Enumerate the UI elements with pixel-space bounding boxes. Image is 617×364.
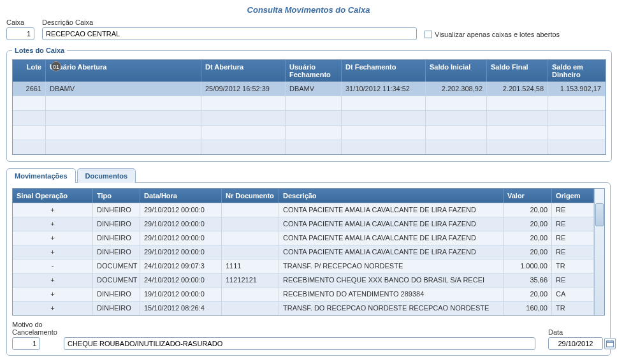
- lotes-col-saldo-final[interactable]: Saldo Final: [487, 60, 548, 82]
- lotes-legend: Lotes do Caixa: [12, 47, 67, 54]
- motivo-num-input[interactable]: [12, 337, 40, 350]
- mov-cell-sinal: +: [13, 203, 93, 217]
- mov-cell-nr_documento: 11212121: [222, 273, 279, 287]
- data-field: Data: [548, 328, 616, 350]
- data-label: Data: [548, 328, 616, 336]
- mov-cell-tipo: DINHEIRO: [93, 203, 140, 217]
- cell-saldo-dinheiro: 1.153.902,17: [548, 82, 606, 96]
- lotes-grid-body: 2661 DBAMV 25/09/2012 16:52:39 DBAMV 31/…: [13, 82, 606, 154]
- visualizar-abertos-group: Visualizar apenas caixas e lotes abertos: [425, 31, 560, 38]
- lotes-row-empty[interactable]: [13, 96, 606, 110]
- movimentacoes-grid: Sinal Operação Tipo Data/Hora Nr Documen…: [12, 188, 605, 316]
- visualizar-abertos-label: Visualizar apenas caixas e lotes abertos: [435, 31, 560, 38]
- mov-cell-valor: 160,00: [504, 302, 552, 315]
- lotes-col-saldo-dinheiro[interactable]: Saldo em Dinheiro: [548, 60, 606, 82]
- mov-cell-descricao: RECEBIMENTO DO ATENDIMENTO 289384: [279, 288, 504, 301]
- mov-row[interactable]: +DINHEIRO29/10/2012 00:00:0CONTA PACIENT…: [13, 203, 594, 217]
- lotes-row[interactable]: 2661 DBAMV 25/09/2012 16:52:39 DBAMV 31/…: [13, 82, 606, 96]
- caixa-number-input[interactable]: [6, 27, 34, 40]
- lotes-col-dt-abertura[interactable]: Dt Abertura: [201, 60, 286, 82]
- mov-cell-data_hora: 29/10/2012 00:00:0: [140, 245, 222, 259]
- mov-cell-nr_documento: 1111: [222, 259, 279, 273]
- mov-row[interactable]: +DINHEIRO29/10/2012 00:00:0CONTA PACIENT…: [13, 231, 594, 245]
- mov-cell-valor: 1.000,00: [504, 259, 552, 273]
- lotes-col-lote[interactable]: Lote: [13, 60, 46, 82]
- motivo-label: Motivo do Cancelamento: [12, 321, 57, 336]
- tab-movimentacoes[interactable]: Movimentações: [6, 168, 76, 183]
- mov-cell-nr_documento: [222, 288, 279, 301]
- lotes-grid: Lote 01 Usuário Abertura Dt Abertura Usu…: [12, 59, 606, 155]
- mov-cell-descricao: TRANSF. DO RECEPCAO NORDESTE RECEPCAO NO…: [279, 302, 504, 315]
- mov-cell-valor: 20,00: [504, 231, 552, 245]
- mov-cell-descricao: CONTA PACIENTE AMALIA CAVALCANTE DE LIRA…: [279, 231, 504, 245]
- mov-grid-body: +DINHEIRO29/10/2012 00:00:0CONTA PACIENT…: [13, 203, 594, 315]
- mov-scrollbar[interactable]: [594, 189, 604, 315]
- mov-row[interactable]: -DOCUMENT24/10/2012 09:07:31111TRANSF. P…: [13, 259, 594, 273]
- mov-cell-origem: RE: [552, 231, 594, 245]
- mov-col-tipo[interactable]: Tipo: [93, 189, 140, 203]
- cell-dt-fechamento: 31/10/2012 11:34:52: [342, 82, 426, 96]
- mov-cell-data_hora: 24/10/2012 00:00:0: [140, 273, 222, 287]
- mov-cell-origem: RE: [552, 245, 594, 259]
- mov-col-nr-documento[interactable]: Nr Documento: [222, 189, 279, 203]
- mov-cell-sinal: +: [13, 245, 93, 259]
- descricao-caixa-label: Descrição Caixa: [42, 18, 417, 26]
- scroll-thumb[interactable]: [595, 203, 604, 226]
- mov-cell-tipo: DINHEIRO: [93, 245, 140, 259]
- step-badge-01-icon: 01: [51, 61, 61, 71]
- mov-cell-sinal: -: [13, 259, 93, 273]
- data-input[interactable]: [548, 337, 603, 350]
- mov-col-valor[interactable]: Valor: [504, 189, 552, 203]
- calendar-icon[interactable]: [604, 338, 616, 349]
- mov-row[interactable]: +DOCUMENT24/10/2012 00:00:011212121RECEB…: [13, 273, 594, 287]
- mov-cell-data_hora: 29/10/2012 00:00:0: [140, 217, 222, 231]
- mov-cell-data_hora: 29/10/2012 00:00:0: [140, 231, 222, 245]
- mov-row[interactable]: +DINHEIRO29/10/2012 00:00:0CONTA PACIENT…: [13, 245, 594, 259]
- mov-cell-valor: 20,00: [504, 245, 552, 259]
- visualizar-abertos-checkbox[interactable]: [425, 31, 432, 38]
- mov-cell-valor: 20,00: [504, 203, 552, 217]
- mov-cell-descricao: CONTA PACIENTE AMALIA CAVALCANTE DE LIRA…: [279, 217, 504, 231]
- mov-cell-sinal: +: [13, 273, 93, 287]
- mov-col-origem[interactable]: Origem: [552, 189, 594, 203]
- mov-cell-origem: TR: [552, 259, 594, 273]
- tab-body: Sinal Operação Tipo Data/Hora Nr Documen…: [6, 182, 611, 356]
- descricao-caixa-field-group: Descrição Caixa: [42, 18, 417, 40]
- motivo-desc-input[interactable]: [64, 337, 535, 350]
- lotes-col-saldo-inicial[interactable]: Saldo Inicial: [426, 60, 487, 82]
- lotes-row-empty[interactable]: [13, 140, 606, 154]
- mov-row[interactable]: +DINHEIRO15/10/2012 08:26:4TRANSF. DO RE…: [13, 301, 594, 315]
- mov-cell-origem: RE: [552, 273, 594, 287]
- mov-cell-tipo: DINHEIRO: [93, 302, 140, 315]
- lotes-col-usuario-abertura[interactable]: Usuário Abertura: [46, 60, 201, 82]
- mov-cell-sinal: +: [13, 288, 93, 301]
- mov-cell-origem: TR: [552, 302, 594, 315]
- mov-col-data-hora[interactable]: Data/Hora: [140, 189, 222, 203]
- tab-documentos[interactable]: Documentos: [77, 168, 136, 183]
- mov-cell-descricao: TRANSF. P/ RECEPCAO NORDESTE: [279, 259, 504, 273]
- mov-row[interactable]: +DINHEIRO19/10/2012 00:00:0RECEBIMENTO D…: [13, 287, 594, 301]
- mov-cell-tipo: DOCUMENT: [93, 273, 140, 287]
- mov-col-descricao[interactable]: Descrição: [279, 189, 504, 203]
- lotes-col-usuario-fechamento[interactable]: Usuário Fechamento: [286, 60, 342, 82]
- mov-cell-origem: RE: [552, 217, 594, 231]
- lotes-fieldset: Lotes do Caixa Lote 01 Usuário Abertura …: [6, 47, 612, 162]
- mov-cell-tipo: DINHEIRO: [93, 217, 140, 231]
- lotes-grid-header: Lote 01 Usuário Abertura Dt Abertura Usu…: [13, 60, 606, 82]
- mov-cell-valor: 35,66: [504, 273, 552, 287]
- motivo-desc-field: [64, 328, 535, 350]
- cell-saldo-final: 2.201.524,58: [487, 82, 548, 96]
- tab-container: Movimentações Documentos Sinal Operação …: [6, 168, 611, 356]
- lotes-col-dt-fechamento[interactable]: Dt Fechamento: [342, 60, 426, 82]
- mov-cell-data_hora: 29/10/2012 00:00:0: [140, 203, 222, 217]
- descricao-caixa-input[interactable]: [42, 27, 417, 40]
- mov-col-sinal[interactable]: Sinal Operação: [13, 189, 93, 203]
- mov-cell-tipo: DINHEIRO: [93, 288, 140, 301]
- cell-usuario-abertura: DBAMV: [46, 82, 201, 96]
- lotes-row-empty[interactable]: [13, 125, 606, 140]
- mov-row[interactable]: +DINHEIRO29/10/2012 00:00:0CONTA PACIENT…: [13, 217, 594, 231]
- lotes-row-empty[interactable]: [13, 110, 606, 125]
- cell-dt-abertura: 25/09/2012 16:52:39: [201, 82, 286, 96]
- mov-cell-sinal: +: [13, 302, 93, 315]
- bottom-row: Motivo do Cancelamento Data: [12, 321, 605, 350]
